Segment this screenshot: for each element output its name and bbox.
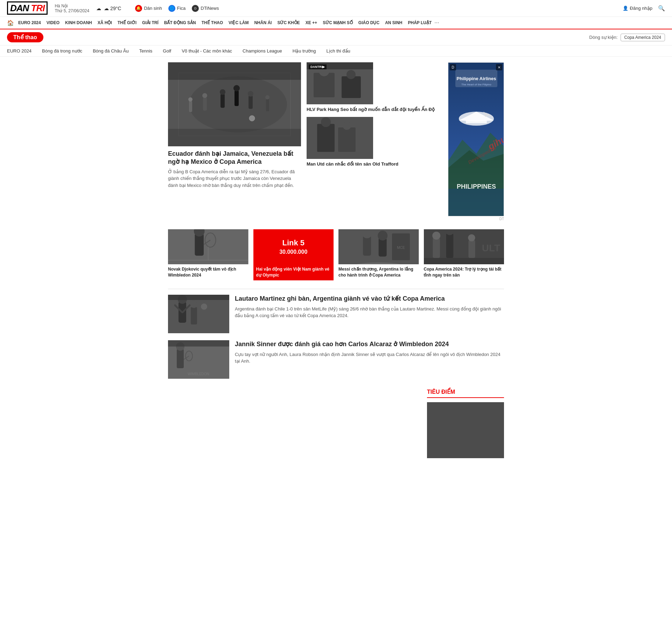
nav-xe[interactable]: XE ++ <box>303 19 320 27</box>
side-article-1-image-wrap[interactable]: DANTRI▶ <box>307 62 373 104</box>
main-article-title[interactable]: Ecuador đánh bại Jamaica, Venezuela bất … <box>168 150 301 166</box>
svg-text:PHILIPPINES: PHILIPPINES <box>457 183 496 190</box>
svg-point-61 <box>432 232 440 240</box>
nav-bat-dong-san[interactable]: BẤT ĐỘNG SẢN <box>161 19 199 27</box>
link5-image-wrap[interactable]: Link 5 30.000.000 <box>253 229 334 264</box>
nav-the-gioi[interactable]: THẾ GIỚI <box>115 19 139 27</box>
small-article-link5: Link 5 30.000.000 Hai vận động viên Việt… <box>253 229 334 280</box>
svg-rect-62 <box>446 233 453 258</box>
nav-phap-luat[interactable]: PHÁP LUẬT <box>405 19 434 27</box>
tieu-diem-image[interactable] <box>427 402 504 458</box>
bottom-section: TIÊU ĐIỂM <box>168 386 504 458</box>
nav-the-thao[interactable]: THẾ THAO <box>199 19 226 27</box>
dtinews-icon: D <box>192 5 199 12</box>
link-amount: 30.000.000 <box>279 249 307 255</box>
svg-rect-11 <box>189 101 192 112</box>
site-logo[interactable]: DAN TRI <box>7 3 48 14</box>
search-button[interactable]: 🔍 <box>658 5 665 12</box>
lautaro-image[interactable] <box>168 295 229 333</box>
user-icon: 👤 <box>623 6 628 11</box>
djokovic-image-wrap[interactable] <box>168 229 248 264</box>
small-article-djokovic: Novak Djokovic quyết tâm vô địch Wimbled… <box>168 229 248 280</box>
home-icon[interactable]: 🏠 <box>7 20 14 26</box>
nav-kinh-doanh[interactable]: KINH DOANH <box>62 19 95 27</box>
copa-image-wrap[interactable]: ULT <box>424 229 504 264</box>
svg-rect-5 <box>234 90 239 106</box>
tieu-diem-section: TIÊU ĐIỂM <box>427 386 504 458</box>
link-text: Link 5 <box>282 238 304 247</box>
sinner-image[interactable]: WIMBLEDON <box>168 340 229 379</box>
nav-xa-hoi[interactable]: XÃ HỘI <box>95 19 115 27</box>
svg-point-74 <box>190 301 197 308</box>
logo-dan: DAN <box>10 3 29 13</box>
list-article-sinner: WIMBLEDON Jannik Sinner được đánh giá ca… <box>168 340 504 379</box>
subnav-tennis[interactable]: Tennis <box>139 48 153 54</box>
link5-title[interactable]: Hai vận động viên Việt Nam giành vé dự O… <box>253 264 334 280</box>
ad-options-button[interactable]: D <box>450 64 456 70</box>
svg-rect-64 <box>468 240 475 258</box>
dantrib-badge: DANTRI▶ <box>309 64 327 69</box>
dan-sinh-link[interactable]: 🔔 Dân sinh <box>135 5 162 12</box>
lautaro-title[interactable]: Lautaro Martinez ghi bàn, Argentina giàn… <box>235 295 504 303</box>
top-links: 🔔 Dân sinh 🌐 Fica D DTiNews <box>135 5 219 12</box>
svg-point-22 <box>346 70 356 79</box>
list-articles: Lautaro Martinez ghi bàn, Argentina giàn… <box>168 295 504 379</box>
sinner-title[interactable]: Jannik Sinner được đánh giá cao hơn Carl… <box>235 340 504 348</box>
messi-title[interactable]: Messi chấn thương, Argentina lo lắng cho… <box>338 266 419 278</box>
ad-close-button[interactable]: ✕ <box>496 64 502 70</box>
svg-rect-7 <box>248 96 253 109</box>
trending-tag[interactable]: Copa America 2024 <box>621 34 665 41</box>
svg-point-6 <box>233 85 240 91</box>
copa-title[interactable]: Copa America 2024: Trợ lý trọng tài bất … <box>424 266 504 278</box>
side-article-1-title[interactable]: HLV Park Hang Seo bất ngờ muốn dẫn dắt đ… <box>307 106 442 113</box>
dtinews-label: DTiNews <box>201 6 219 11</box>
subnav-vo-thuat[interactable]: Võ thuật - Các môn khác <box>182 48 232 54</box>
messi-image-wrap[interactable]: MCE <box>338 229 419 264</box>
nav-giai-tri[interactable]: GIẢI TRÍ <box>139 19 161 27</box>
main-article-image-wrap[interactable] <box>168 62 301 146</box>
ad-column: ✕ D Philippine Airlines <box>448 62 504 221</box>
svg-rect-3 <box>220 94 225 108</box>
subnav-euro2024[interactable]: EURO 2024 <box>7 48 31 54</box>
featured-grid: Ecuador đánh bại Jamaica, Venezuela bất … <box>168 62 504 221</box>
login-label: Đăng nhập <box>630 6 652 11</box>
side-article-2-title[interactable]: Man Utd cân nhắc đổi tên sân Old Traffor… <box>307 161 442 167</box>
svg-rect-66 <box>424 258 504 264</box>
sub-nav: EURO 2024 Bóng đá trong nước Bóng đá Châ… <box>0 46 672 57</box>
dtinews-link[interactable]: D DTiNews <box>192 5 219 12</box>
svg-text:WIMBLEDON: WIMBLEDON <box>188 372 209 376</box>
subnav-champions-league[interactable]: Champions League <box>243 48 282 54</box>
side-article-1: DANTRI▶ HLV Park Hang Seo bất ngờ muốn d… <box>307 62 442 113</box>
side-article-2-image-wrap[interactable] <box>307 117 373 159</box>
subnav-hau-truong[interactable]: Hậu trường <box>293 48 316 54</box>
login-button[interactable]: 👤 Đăng nhập <box>623 6 652 11</box>
svg-text:The Heart of the Filipino: The Heart of the Filipino <box>461 83 491 86</box>
main-bottom-content <box>168 386 420 458</box>
subnav-bongda-trongnuoc[interactable]: Bóng đá trong nước <box>42 48 82 54</box>
nav-video[interactable]: VIDEO <box>44 19 62 27</box>
subnav-lich-thi-dau[interactable]: Lịch thi đấu <box>326 48 350 54</box>
nav-euro2024[interactable]: EURO 2024 <box>15 19 44 27</box>
nav-viec-lam[interactable]: VIỆC LÀM <box>226 19 251 27</box>
nav-nhan-ai[interactable]: NHÂN ÁI <box>251 19 274 27</box>
djokovic-title[interactable]: Novak Djokovic quyết tâm vô địch Wimbled… <box>168 266 248 278</box>
lautaro-summary: Argentina đánh bại Chile 1-0 trên sân Me… <box>235 306 504 319</box>
svg-rect-40 <box>448 189 504 216</box>
main-article-image <box>168 62 301 146</box>
svg-text:MCE: MCE <box>397 246 405 250</box>
subnav-golf[interactable]: Golf <box>163 48 171 54</box>
nav-suc-khoe[interactable]: SỨC KHỎE <box>274 19 302 27</box>
city-label: Hà Nội <box>55 4 89 8</box>
fica-link[interactable]: 🌐 Fica <box>168 5 186 12</box>
nav-an-sinh[interactable]: AN SINH <box>382 19 405 27</box>
main-content: Ecuador đánh bại Jamaica, Venezuela bất … <box>161 57 511 464</box>
nav-giao-duc[interactable]: GIÁO DỤC <box>356 19 382 27</box>
weather-icon: ☁ <box>96 6 101 11</box>
date-weather: Hà Nội Thứ 5, 27/06/2024 <box>55 4 89 13</box>
date-label: Thứ 5, 27/06/2024 <box>55 8 89 13</box>
subnav-bongda-chauau[interactable]: Bóng đá Châu Âu <box>93 48 129 54</box>
nav-suc-manh-so[interactable]: SỨC MẠNH SỐ <box>320 19 356 27</box>
logo-tri: TRI <box>29 3 44 13</box>
more-nav-icon[interactable]: ··· <box>434 20 439 26</box>
svg-rect-83 <box>168 340 229 347</box>
